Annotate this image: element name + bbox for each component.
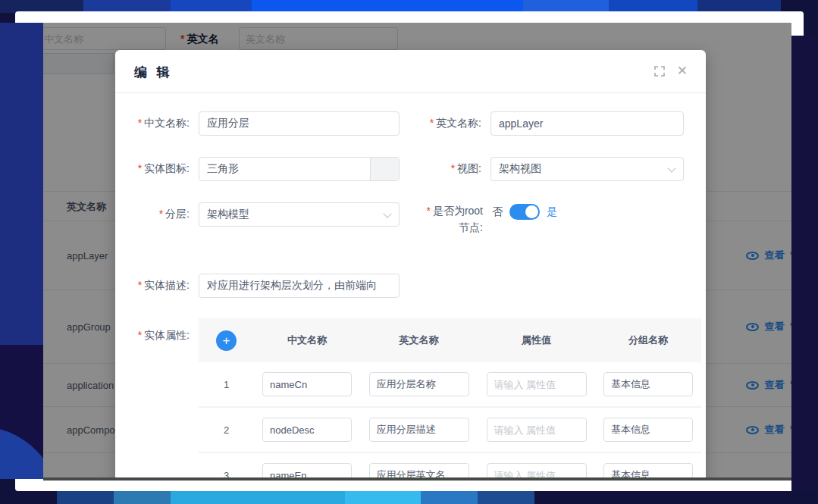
cn-name-field[interactable] [199, 111, 400, 136]
required-asterisk: * [426, 205, 430, 217]
attrs-header-cn-name: 中文名称 [254, 333, 360, 347]
required-asterisk: * [138, 162, 142, 174]
attr-row: 3 [199, 453, 701, 481]
edit-modal: 编 辑 ✕ *中文名称: *英文名称: *实体图标: *视图: [115, 50, 706, 481]
attr-value-field[interactable] [487, 463, 587, 481]
is-root-label: *是否为root节点: [419, 202, 483, 236]
toggle-knob [525, 205, 538, 218]
entity-attrs-label: *实体属性: [115, 329, 190, 343]
attr-en-field[interactable] [369, 463, 469, 481]
required-asterisk: * [430, 117, 434, 129]
cn-name-label: *中文名称: [115, 111, 190, 134]
attr-group-field[interactable] [603, 418, 693, 442]
attr-value-field[interactable] [487, 372, 587, 396]
en-name-label: *英文名称: [425, 111, 481, 134]
decor-left-column [0, 23, 43, 479]
app-window: *英文名 英文名称 appLayer 查看 ✎ appGroup 查看 ✎ ap… [43, 23, 791, 481]
attrs-header-group-name: 分组名称 [595, 333, 701, 347]
layer-select-wrap [199, 202, 400, 227]
attr-cn-field[interactable] [262, 372, 352, 396]
fullscreen-icon[interactable] [654, 66, 665, 77]
required-asterisk: * [159, 208, 163, 220]
attr-row: 1 [199, 362, 701, 408]
attr-row-index: 1 [224, 379, 229, 390]
attr-en-field[interactable] [369, 418, 469, 442]
decor-bottom-strip [0, 491, 818, 504]
attr-group-field[interactable] [603, 372, 693, 396]
en-name-field[interactable] [490, 111, 684, 136]
attr-row-index: 3 [224, 470, 229, 481]
required-asterisk: * [138, 329, 142, 341]
required-asterisk: * [138, 279, 142, 291]
modal-title: 编 辑 [134, 64, 173, 81]
attr-row-index: 2 [224, 424, 229, 436]
entity-desc-field[interactable] [199, 274, 400, 298]
attr-value-field[interactable] [487, 418, 587, 442]
attr-cn-field[interactable] [262, 463, 352, 481]
attr-en-field[interactable] [369, 372, 469, 396]
attr-row: 2 [199, 408, 701, 453]
entity-attrs-table: + 中文名称 英文名称 属性值 分组名称 1 2 3 [199, 318, 701, 481]
is-root-control: 否 是 [492, 204, 557, 220]
entity-desc-label: *实体描述: [115, 274, 190, 296]
attrs-table-header: + 中文名称 英文名称 属性值 分组名称 [199, 318, 701, 362]
modal-header-divider [115, 92, 706, 93]
layer-select[interactable] [199, 202, 400, 227]
required-asterisk: * [451, 162, 455, 174]
toggle-off-label: 否 [492, 205, 503, 219]
view-label: *视图: [425, 157, 481, 180]
is-root-toggle[interactable] [509, 204, 540, 220]
attrs-header-en-name: 英文名称 [360, 333, 478, 347]
required-asterisk: * [138, 117, 142, 129]
decor-right-column [791, 36, 818, 491]
decor-arc [0, 426, 43, 479]
layer-label: *分层: [115, 202, 190, 225]
entity-icon-label: *实体图标: [115, 157, 190, 180]
view-select-wrap [490, 157, 684, 181]
icon-preview-box[interactable] [370, 158, 399, 180]
attrs-header-attr-value: 属性值 [478, 333, 595, 347]
add-attribute-button[interactable]: + [216, 330, 237, 351]
close-icon[interactable]: ✕ [677, 63, 688, 79]
attr-cn-field[interactable] [262, 418, 352, 442]
attr-group-field[interactable] [603, 463, 693, 481]
toggle-on-label: 是 [547, 205, 557, 219]
view-select[interactable] [490, 157, 684, 181]
entity-icon-field-wrap [199, 157, 400, 181]
